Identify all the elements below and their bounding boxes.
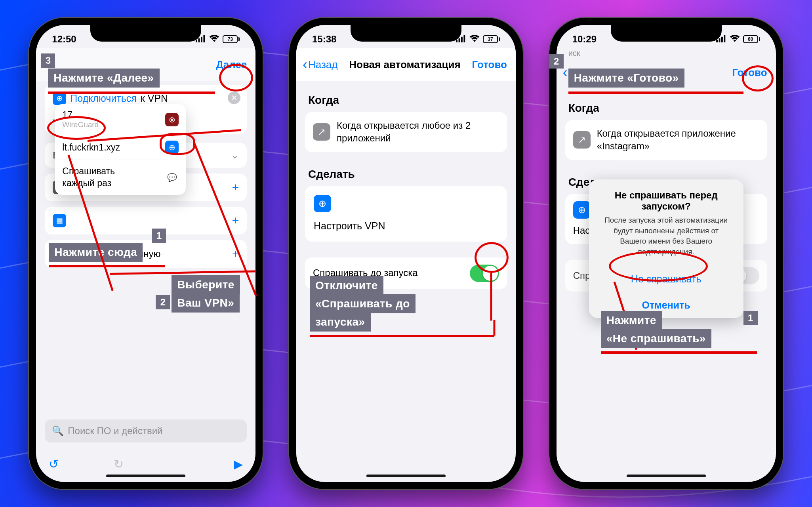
vpn-icon: ⊕ — [53, 91, 66, 105]
svg-rect-5 — [459, 38, 460, 42]
home-indicator[interactable] — [106, 475, 185, 477]
add-icon[interactable]: + — [232, 214, 239, 227]
wireguard-icon: ⊗ — [165, 113, 179, 126]
wifi-icon — [730, 34, 740, 45]
play-icon[interactable]: ▶ — [234, 457, 243, 471]
globe-icon: ⊕ — [165, 141, 179, 154]
wifi-icon — [209, 34, 219, 45]
app-open-icon: ↗ — [313, 123, 330, 141]
status-time: 12:50 — [52, 34, 76, 45]
nav-back[interactable]: ‹Н — [42, 56, 55, 73]
nav-title: Новая автоматизация — [349, 59, 460, 71]
alert-message: После запуска этой автоматизации будут в… — [600, 215, 732, 257]
battery-icon: 37 — [483, 35, 500, 43]
svg-rect-2 — [201, 37, 202, 42]
vpn-option-server[interactable]: lt.fuckrkn1.xyz ⊕ — [55, 135, 186, 160]
nav-bar: ‹Н Далее — [36, 48, 255, 81]
home-indicator[interactable] — [366, 475, 446, 477]
search-icon: 🔍 — [52, 425, 64, 436]
action-verb[interactable]: Подключиться — [70, 93, 136, 104]
nav-back[interactable]: ‹ — [563, 64, 568, 81]
svg-rect-0 — [196, 40, 197, 42]
phone-1: 12:50 73 ‹Н Далее ⊕ Подключиться к VPN ✕… — [29, 18, 263, 489]
app-open-icon: ↗ — [573, 131, 591, 149]
vpn-option-ask[interactable]: Спрашивать каждый раз 💬 — [55, 160, 186, 195]
bottom-toolbar: ↺ ↻ ▶ — [45, 457, 247, 471]
svg-rect-1 — [198, 38, 200, 42]
nav-bar: ‹ Готово — [557, 56, 776, 89]
add-icon[interactable]: + — [232, 247, 239, 261]
ask-toggle[interactable] — [470, 265, 499, 282]
action-suffix: к VPN — [141, 93, 168, 104]
variable-icon: 𝑥 — [53, 247, 66, 261]
nav-bar: ‹Назад Новая автоматизация Готово — [296, 48, 516, 81]
nav-done-button[interactable]: Готово — [472, 59, 507, 71]
alert-title: Не спрашивать перед запуском? — [600, 190, 732, 212]
nav-next-button[interactable]: Далее — [216, 59, 247, 71]
battery-icon: 60 — [743, 35, 760, 43]
undo-icon[interactable]: ↺ — [49, 457, 59, 471]
alert-dont-ask-button[interactable]: Не спрашивать — [589, 266, 743, 292]
nav-done-button[interactable]: Готово — [732, 67, 767, 79]
home-indicator[interactable] — [627, 475, 706, 477]
status-time: 15:38 — [312, 34, 336, 45]
message-icon: 💬 — [165, 171, 179, 184]
nav-back[interactable]: ‹Назад — [303, 56, 338, 73]
confirm-alert: Не спрашивать перед запуском? После запу… — [589, 179, 743, 318]
alert-cancel-button[interactable]: Отменить — [589, 292, 743, 318]
svg-rect-7 — [463, 35, 465, 42]
do-card[interactable]: ⊕ Настроить VPN — [305, 186, 507, 242]
notch — [351, 25, 461, 42]
share-icon: ▦ — [53, 214, 66, 227]
chevron-down-icon: ⌄ — [231, 150, 239, 161]
svg-rect-6 — [461, 37, 463, 42]
when-card[interactable]: ↗ Когда открывается любое из 2 приложени… — [305, 112, 507, 152]
vpn-icon: ⊕ — [314, 195, 331, 212]
phone-3: 10:29 60 иск ‹ Готово Когда ↗ Когда откр… — [549, 18, 783, 489]
when-card[interactable]: ↗ Когда открывается приложение «Instagra… — [565, 120, 767, 160]
wifi-icon — [469, 34, 480, 45]
vpn-icon: ⊕ — [573, 201, 591, 219]
vpn-picker-popup: 17WireGuard ⊗ lt.fuckrkn1.xyz ⊕ Спрашива… — [55, 104, 186, 195]
svg-rect-10 — [721, 37, 723, 42]
phone-2: 15:38 37 ‹Назад Новая автоматизация Гото… — [289, 18, 523, 489]
action-set-variable[interactable]: 𝑥 Задать переменную + — [45, 240, 247, 268]
redo-icon: ↻ — [114, 457, 124, 471]
svg-rect-4 — [456, 40, 457, 42]
vpn-option-wireguard[interactable]: 17WireGuard ⊗ — [55, 104, 186, 135]
svg-rect-11 — [724, 35, 725, 42]
status-time: 10:29 — [572, 34, 597, 45]
action-row-3[interactable]: ▦ + — [45, 207, 247, 234]
svg-rect-9 — [719, 38, 720, 42]
notch — [611, 25, 722, 42]
add-icon[interactable]: + — [232, 181, 239, 194]
svg-rect-8 — [716, 40, 718, 42]
section-when: Когда — [568, 102, 764, 114]
battery-icon: 73 — [223, 35, 240, 43]
ask-before-run-row[interactable]: Спрашивать до запуска — [305, 257, 507, 289]
section-do: Сделать — [308, 168, 504, 181]
search-field[interactable]: 🔍 Поиск ПО и действий — [45, 419, 247, 442]
section-when: Когда — [308, 94, 504, 107]
svg-rect-3 — [204, 35, 205, 42]
notch — [90, 25, 201, 42]
